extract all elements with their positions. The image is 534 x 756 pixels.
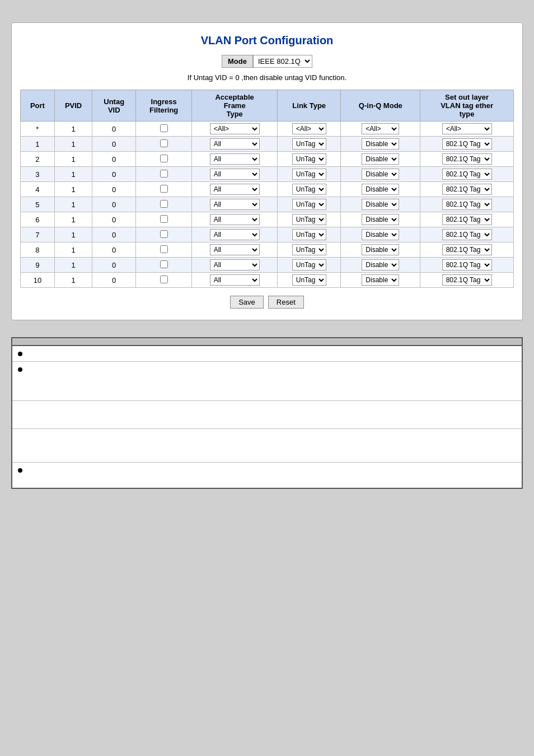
ingress-checkbox[interactable] [160, 260, 168, 268]
table-row: 2 1 0 All<All>Tag OnlyUnTag Only UnTagTa… [21, 152, 514, 167]
cell-ingress [136, 197, 192, 212]
ref-col1-header [12, 338, 124, 346]
ingress-checkbox[interactable] [160, 245, 168, 253]
outlayer-select-star[interactable]: <All> 802.1Q Tag [442, 123, 492, 134]
link-type-select[interactable]: UnTagTag [292, 153, 326, 165]
link-type-select[interactable]: UnTagTag [292, 138, 326, 150]
col-qinq: Q-in-Q Mode [341, 90, 420, 122]
cell-qinq: DisableEnable [341, 152, 420, 167]
cell-outlayer: 802.1Q Tag [420, 212, 514, 227]
cell-port: 8 [21, 242, 55, 258]
cell-port: 3 [21, 167, 55, 182]
link-type-select[interactable]: UnTagTag [292, 184, 326, 195]
qinq-select[interactable]: DisableEnable [362, 184, 399, 195]
frame-type-select[interactable]: All<All>Tag OnlyUnTag Only [210, 229, 260, 240]
ingress-checkbox[interactable] [160, 215, 168, 223]
cell-ingress [136, 242, 192, 258]
ingress-checkbox[interactable] [160, 139, 168, 147]
outlayer-select[interactable]: 802.1Q Tag [442, 244, 492, 255]
page-wrapper: VLAN Port Configuration Mode IEEE 802.1Q… [0, 0, 534, 756]
link-type-select[interactable]: UnTagTag [292, 274, 326, 286]
reset-button[interactable]: Reset [268, 296, 304, 309]
link-type-select[interactable]: UnTagTag [292, 199, 326, 210]
ref-term [12, 463, 124, 488]
cell-pvid: 1 [54, 197, 92, 212]
frame-type-select[interactable]: All<All>Tag OnlyUnTag Only [210, 199, 260, 210]
frame-type-select[interactable]: All<All>Tag OnlyUnTag Only [210, 259, 260, 270]
outlayer-select[interactable]: 802.1Q Tag [442, 199, 492, 210]
link-type-select[interactable]: UnTagTag [292, 169, 326, 180]
table-row: 5 1 0 All<All>Tag OnlyUnTag Only UnTagTa… [21, 197, 514, 212]
qinq-select[interactable]: DisableEnable [362, 259, 399, 270]
cell-link: UnTagTag [278, 137, 341, 152]
frame-type-select[interactable]: All<All>Tag OnlyUnTag Only [210, 169, 260, 180]
ref-desc [124, 463, 522, 488]
cell-pvid: 1 [54, 182, 92, 197]
cell-pvid: 1 [54, 227, 92, 242]
mode-label: Mode [222, 55, 253, 68]
link-type-select[interactable]: UnTagTag [292, 259, 326, 270]
link-type-select-star[interactable]: <All> UnTag Tag [292, 123, 326, 134]
cell-link: UnTagTag [278, 212, 341, 227]
ref-desc [124, 362, 522, 401]
frame-type-select[interactable]: All<All>Tag OnlyUnTag Only [210, 184, 260, 195]
frame-type-select[interactable]: All<All>Tag OnlyUnTag Only [210, 244, 260, 255]
qinq-select[interactable]: DisableEnable [362, 138, 399, 150]
qinq-select[interactable]: DisableEnable [362, 274, 399, 286]
outlayer-select[interactable]: 802.1Q Tag [442, 184, 492, 195]
outlayer-select[interactable]: 802.1Q Tag [442, 169, 492, 180]
qinq-select-star[interactable]: <All> Disable Enable [362, 123, 399, 134]
ingress-checkbox[interactable] [160, 170, 168, 178]
outlayer-select[interactable]: 802.1Q Tag [442, 259, 492, 270]
cell-frame: All<All>Tag OnlyUnTag Only [192, 258, 278, 273]
cell-untag: 0 [92, 137, 136, 152]
table-row: 4 1 0 All<All>Tag OnlyUnTag Only UnTagTa… [21, 182, 514, 197]
qinq-select[interactable]: DisableEnable [362, 169, 399, 180]
frame-type-select[interactable]: All<All>Tag OnlyUnTag Only [210, 274, 260, 286]
qinq-select[interactable]: DisableEnable [362, 244, 399, 255]
ingress-checkbox[interactable] [160, 276, 168, 283]
frame-type-select[interactable]: All<All>Tag OnlyUnTag Only [210, 214, 260, 225]
link-type-select[interactable]: UnTagTag [292, 229, 326, 240]
ingress-checkbox[interactable] [160, 230, 168, 238]
qinq-select[interactable]: DisableEnable [362, 229, 399, 240]
cell-frame: All<All>Tag OnlyUnTag Only [192, 152, 278, 167]
table-row: 7 1 0 All<All>Tag OnlyUnTag Only UnTagTa… [21, 227, 514, 242]
cell-untag-star: 0 [92, 122, 136, 137]
cell-ingress [136, 212, 192, 227]
cell-outlayer: 802.1Q Tag [420, 227, 514, 242]
qinq-select[interactable]: DisableEnable [362, 153, 399, 165]
cell-link: UnTagTag [278, 227, 341, 242]
outlayer-select[interactable]: 802.1Q Tag [442, 229, 492, 240]
outlayer-select[interactable]: 802.1Q Tag [442, 214, 492, 225]
ref-desc [124, 429, 522, 463]
outlayer-select[interactable]: 802.1Q Tag [442, 138, 492, 150]
frame-type-select[interactable]: All<All>Tag OnlyUnTag Only [210, 153, 260, 165]
link-type-select[interactable]: UnTagTag [292, 244, 326, 255]
cell-frame: All<All>Tag OnlyUnTag Only [192, 273, 278, 288]
cell-frame: All<All>Tag OnlyUnTag Only [192, 167, 278, 182]
ref-table [12, 338, 522, 488]
col-untag-vid: UntagVID [92, 90, 136, 122]
save-button[interactable]: Save [230, 296, 264, 309]
ref-row [12, 401, 522, 429]
cell-pvid: 1 [54, 242, 92, 258]
ingress-checkbox[interactable] [160, 185, 168, 193]
outlayer-select[interactable]: 802.1Q Tag [442, 153, 492, 165]
qinq-select[interactable]: DisableEnable [362, 214, 399, 225]
bullet-icon [18, 468, 22, 473]
cell-pvid: 1 [54, 273, 92, 288]
link-type-select[interactable]: UnTagTag [292, 214, 326, 225]
cell-frame: All<All>Tag OnlyUnTag Only [192, 212, 278, 227]
cell-link: UnTagTag [278, 152, 341, 167]
outlayer-select[interactable]: 802.1Q Tag [442, 274, 492, 286]
ref-term [12, 401, 124, 429]
ingress-checkbox[interactable] [160, 200, 168, 208]
ingress-checkbox[interactable] [160, 155, 168, 162]
ingress-checkbox-star[interactable] [160, 124, 168, 132]
qinq-select[interactable]: DisableEnable [362, 199, 399, 210]
frame-type-select-star[interactable]: <All> All Tag Only UnTag Only [210, 123, 260, 134]
cell-frame: All<All>Tag OnlyUnTag Only [192, 227, 278, 242]
frame-type-select[interactable]: All<All>Tag OnlyUnTag Only [210, 138, 260, 150]
mode-select[interactable]: IEEE 802.1Q [253, 55, 312, 68]
